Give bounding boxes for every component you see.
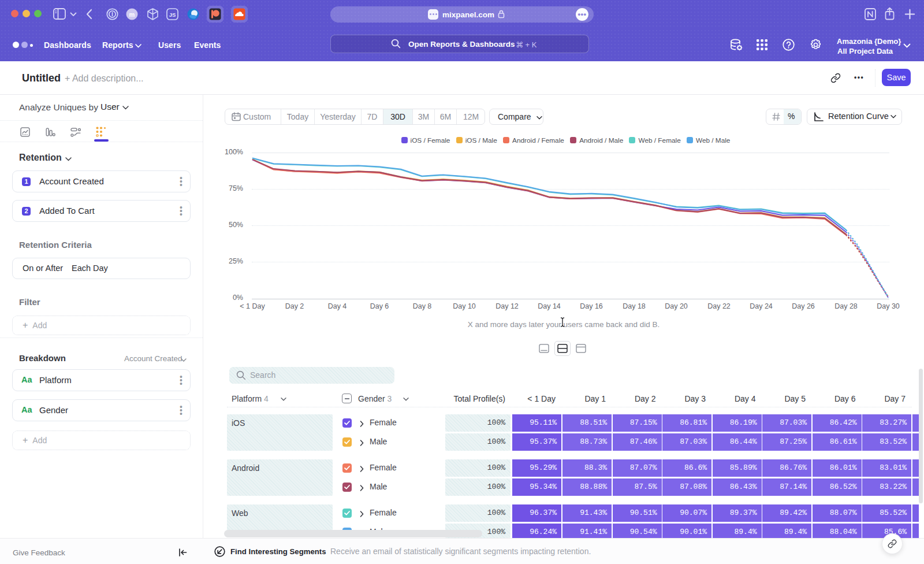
svg-text:m: m bbox=[129, 11, 135, 18]
svg-text:JS: JS bbox=[169, 12, 176, 18]
